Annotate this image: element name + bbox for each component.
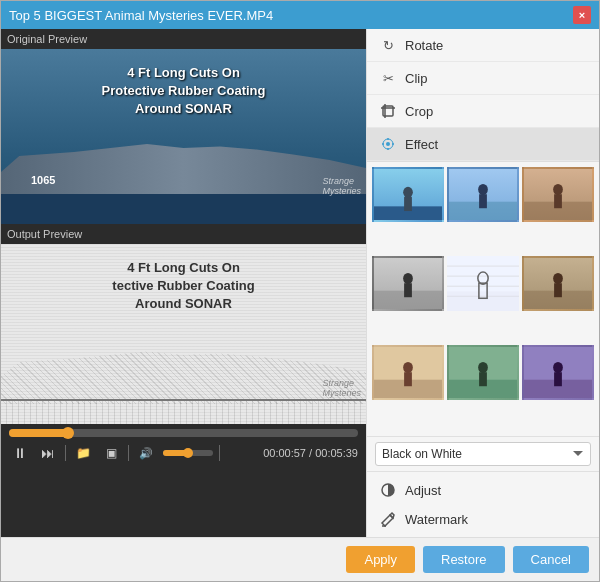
original-watermark: StrangeMysteries (322, 176, 361, 196)
right-panel: ↻ Rotate ✂ Clip Crop (366, 29, 599, 537)
effect-thumb-1[interactable] (372, 167, 444, 222)
clip-tool[interactable]: ✂ Clip (367, 62, 599, 95)
effect-thumb-3[interactable] (522, 167, 594, 222)
volume-slider[interactable] (163, 450, 213, 456)
watermark-item[interactable]: Watermark (375, 505, 591, 533)
pause-button[interactable]: ⏸ (9, 442, 31, 464)
folder-button[interactable]: 📁 (72, 442, 94, 464)
tool-menu: ↻ Rotate ✂ Clip Crop (367, 29, 599, 162)
effect-tool[interactable]: Effect (367, 128, 599, 161)
crop-label: Crop (405, 104, 433, 119)
svg-rect-30 (447, 291, 519, 311)
effect-thumb-4[interactable] (372, 256, 444, 311)
effect-thumb-7[interactable] (372, 345, 444, 400)
svg-point-43 (478, 362, 488, 373)
svg-point-11 (403, 187, 413, 198)
effect-thumb-6[interactable] (522, 256, 594, 311)
effect-thumb-9[interactable] (522, 345, 594, 400)
svg-point-23 (403, 273, 413, 284)
window-title: Top 5 BIGGEST Animal Mysteries EVER.MP4 (9, 8, 273, 23)
svg-point-15 (478, 184, 488, 195)
sketch-preview-bg: 4 Ft Long Cuts Ontective Rubber CoatingA… (1, 244, 366, 424)
crop-tool[interactable]: Crop (367, 95, 599, 128)
effect-thumb-8[interactable] (447, 345, 519, 400)
effect-label: Effect (405, 137, 438, 152)
svg-rect-36 (554, 283, 562, 297)
time-display: 00:00:57 / 00:05:39 (263, 447, 358, 459)
output-preview: 4 Ft Long Cuts Ontective Rubber CoatingA… (1, 244, 366, 424)
watermark-icon (379, 510, 397, 528)
svg-point-47 (553, 362, 563, 373)
volume-knob[interactable] (183, 448, 193, 458)
divider-3 (219, 445, 220, 461)
divider-2 (128, 445, 129, 461)
original-preview: 4 Ft Long Cuts OnProtective Rubber Coati… (1, 49, 366, 224)
divider-1 (65, 445, 66, 461)
svg-rect-24 (404, 283, 412, 297)
video-overlay-text: 4 Ft Long Cuts OnProtective Rubber Coati… (1, 64, 366, 119)
svg-point-3 (386, 142, 390, 146)
original-preview-label: Original Preview (1, 29, 366, 49)
time-current: 00:00:57 (263, 447, 306, 459)
ship-number: 1065 (31, 174, 55, 186)
bottom-bar: Apply Restore Cancel (1, 537, 599, 581)
rotate-label: Rotate (405, 38, 443, 53)
clip-label: Clip (405, 71, 427, 86)
cancel-button[interactable]: Cancel (513, 546, 589, 573)
original-preview-image: 4 Ft Long Cuts OnProtective Rubber Coati… (1, 49, 366, 224)
time-separator: / (306, 447, 315, 459)
controls-bar: ⏸ ⏭ 📁 ▣ 🔊 00:00:57 / 00:05:39 (1, 424, 366, 469)
sketch-overlay-text: 4 Ft Long Cuts Ontective Rubber CoatingA… (1, 259, 366, 314)
effect-grid (367, 162, 599, 436)
main-window: Top 5 BIGGEST Animal Mysteries EVER.MP4 … (0, 0, 600, 582)
rotate-icon: ↻ (379, 36, 397, 54)
close-button[interactable]: × (573, 6, 591, 24)
time-total: 00:05:39 (315, 447, 358, 459)
svg-point-39 (403, 362, 413, 373)
main-content: Original Preview 4 Ft Long Cuts OnProtec… (1, 29, 599, 537)
next-frame-button[interactable]: ⏭ (37, 442, 59, 464)
watermark-label: Watermark (405, 512, 468, 527)
snapshot-button[interactable]: ▣ (100, 442, 122, 464)
volume-icon: 🔊 (135, 442, 157, 464)
svg-point-19 (553, 184, 563, 195)
rotate-tool[interactable]: ↻ Rotate (367, 29, 599, 62)
effect-select[interactable]: Black on White Sepia Warm Cool Grayscale… (375, 442, 591, 466)
svg-point-35 (553, 273, 563, 284)
clip-icon: ✂ (379, 69, 397, 87)
ship-silhouette (1, 124, 366, 204)
crop-icon (379, 102, 397, 120)
controls-row: ⏸ ⏭ 📁 ▣ 🔊 00:00:57 / 00:05:39 (9, 442, 358, 464)
svg-rect-44 (479, 372, 487, 386)
sketch-watermark: StrangeMysteries (322, 378, 361, 398)
apply-button[interactable]: Apply (346, 546, 415, 573)
progress-bar[interactable] (9, 429, 358, 437)
title-bar: Top 5 BIGGEST Animal Mysteries EVER.MP4 … (1, 1, 599, 29)
svg-rect-48 (554, 372, 562, 386)
effect-thumb-5[interactable] (447, 256, 519, 311)
restore-button[interactable]: Restore (423, 546, 505, 573)
effect-dropdown-row: Black on White Sepia Warm Cool Grayscale… (367, 436, 599, 471)
adjust-icon (379, 481, 397, 499)
adjust-label: Adjust (405, 483, 441, 498)
svg-rect-40 (404, 372, 412, 386)
left-panel: Original Preview 4 Ft Long Cuts OnProtec… (1, 29, 366, 537)
water (1, 194, 366, 224)
progress-knob[interactable] (62, 427, 74, 439)
effect-thumb-2[interactable] (447, 167, 519, 222)
svg-rect-16 (479, 194, 487, 208)
svg-rect-20 (554, 194, 562, 208)
adjust-watermark-section: Adjust Watermark (367, 471, 599, 537)
adjust-item[interactable]: Adjust (375, 476, 591, 504)
svg-rect-12 (404, 197, 412, 211)
output-preview-label: Output Preview (1, 224, 366, 244)
sketch-water (1, 399, 366, 424)
progress-fill (9, 429, 68, 437)
effect-icon (379, 135, 397, 153)
